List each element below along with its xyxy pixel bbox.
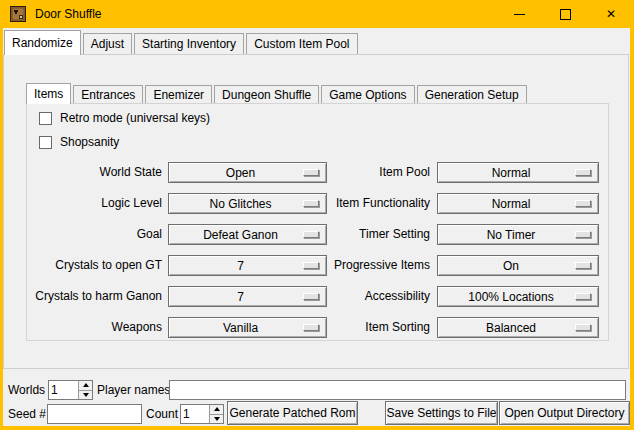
tab-game-options[interactable]: Game Options [321, 85, 414, 103]
player-names-label: Player names [97, 380, 170, 400]
inner-tab-bar: Items Entrances Enemizer Dungeon Shuffle… [26, 83, 527, 104]
arrow-up-icon [214, 407, 220, 411]
checkbox-box [39, 136, 52, 149]
player-names-input[interactable] [169, 380, 626, 400]
spin-buttons [78, 381, 92, 399]
accessibility-dropdown[interactable]: 100% Locations [437, 286, 599, 307]
spin-buttons [209, 405, 223, 423]
goal-label: Goal [27, 224, 162, 245]
dropdown-value: Defeat Ganon [203, 228, 292, 242]
count-input[interactable] [181, 405, 209, 423]
dropdown-indicator-icon [575, 231, 591, 238]
checkbox-label: Retro mode (universal keys) [60, 111, 210, 125]
window-content: Randomize Adjust Starting Inventory Cust… [3, 28, 630, 426]
dropdown-value: 7 [237, 290, 258, 304]
items-tab-pane: Retro mode (universal keys) Shopsanity W… [26, 103, 609, 341]
timer-setting-dropdown[interactable]: No Timer [437, 224, 599, 245]
worlds-label: Worlds [8, 380, 45, 400]
spin-up-button[interactable] [79, 381, 92, 390]
item-pool-dropdown[interactable]: Normal [437, 162, 599, 183]
tab-entrances[interactable]: Entrances [73, 85, 143, 103]
spin-up-button[interactable] [210, 405, 223, 414]
crystals-open-gt-label: Crystals to open GT [27, 255, 162, 276]
minimize-button[interactable] [496, 0, 542, 28]
outer-tab-bar: Randomize Adjust Starting Inventory Cust… [4, 30, 358, 55]
arrow-down-icon [214, 417, 220, 421]
dropdown-indicator-icon [575, 324, 591, 331]
count-label: Count [146, 404, 178, 424]
shopsanity-checkbox[interactable]: Shopsanity [39, 135, 119, 149]
item-functionality-label: Item Functionality [307, 193, 430, 214]
window-title: Door Shuffle [35, 7, 102, 21]
arrow-down-icon [83, 393, 89, 397]
tab-custom-item-pool[interactable]: Custom Item Pool [246, 33, 357, 54]
dropdown-value: On [503, 259, 533, 273]
checkbox-label: Shopsanity [60, 135, 119, 149]
world-state-dropdown[interactable]: Open [168, 162, 327, 183]
dropdown-value: Vanilla [223, 321, 272, 335]
dropdown-value: Open [226, 166, 269, 180]
retro-mode-checkbox[interactable]: Retro mode (universal keys) [39, 111, 210, 125]
crystals-harm-ganon-dropdown[interactable]: 7 [168, 286, 327, 307]
dropdown-value: Normal [492, 197, 545, 211]
dropdown-value: 100% Locations [468, 290, 567, 304]
timer-setting-label: Timer Setting [307, 224, 430, 245]
tab-dungeon-shuffle[interactable]: Dungeon Shuffle [214, 85, 319, 103]
crystals-harm-ganon-label: Crystals to harm Ganon [27, 286, 162, 307]
window-controls: ✕ [496, 0, 634, 28]
door-shuffle-window: Door Shuffle ✕ Randomize Adjust Starting… [0, 0, 634, 430]
minimize-icon [514, 14, 525, 15]
dropdown-indicator-icon [575, 262, 591, 269]
tab-enemizer[interactable]: Enemizer [145, 85, 212, 103]
item-sorting-dropdown[interactable]: Balanced [437, 317, 599, 338]
count-spinbox[interactable] [180, 404, 224, 424]
progressive-items-label: Progressive Items [307, 255, 430, 276]
spin-down-button[interactable] [210, 414, 223, 424]
seed-input[interactable] [47, 404, 142, 424]
generate-patched-rom-button[interactable]: Generate Patched Rom [227, 401, 358, 425]
world-state-label: World State [27, 162, 162, 183]
app-door-icon [10, 6, 26, 22]
close-button[interactable]: ✕ [588, 0, 634, 28]
item-pool-label: Item Pool [307, 162, 430, 183]
tab-adjust[interactable]: Adjust [83, 33, 132, 54]
randomize-tab-pane: Items Entrances Enemizer Dungeon Shuffle… [3, 54, 629, 369]
title-bar: Door Shuffle ✕ [0, 0, 634, 28]
spin-down-button[interactable] [79, 390, 92, 400]
close-icon: ✕ [606, 8, 616, 20]
checkbox-box [39, 112, 52, 125]
dropdown-indicator-icon [575, 169, 591, 176]
dropdown-value: No Timer [487, 228, 550, 242]
dropdown-value: Balanced [486, 321, 550, 335]
weapons-dropdown[interactable]: Vanilla [168, 317, 327, 338]
item-sorting-label: Item Sorting [307, 317, 430, 338]
dropdown-value: 7 [237, 259, 258, 273]
logic-level-label: Logic Level [27, 193, 162, 214]
open-output-directory-button[interactable]: Open Output Directory [499, 401, 630, 425]
weapons-label: Weapons [27, 317, 162, 338]
goal-dropdown[interactable]: Defeat Ganon [168, 224, 327, 245]
worlds-input[interactable] [49, 381, 78, 399]
dropdown-value: No Glitches [209, 197, 285, 211]
arrow-up-icon [83, 383, 89, 387]
tab-randomize[interactable]: Randomize [4, 30, 81, 55]
progressive-items-dropdown[interactable]: On [437, 255, 599, 276]
accessibility-label: Accessibility [307, 286, 430, 307]
tab-generation-setup[interactable]: Generation Setup [417, 85, 527, 103]
logic-level-dropdown[interactable]: No Glitches [168, 193, 327, 214]
dropdown-indicator-icon [575, 200, 591, 207]
maximize-button[interactable] [542, 0, 588, 28]
crystals-open-gt-dropdown[interactable]: 7 [168, 255, 327, 276]
item-functionality-dropdown[interactable]: Normal [437, 193, 599, 214]
dropdown-value: Normal [492, 166, 545, 180]
seed-label: Seed # [8, 404, 46, 424]
save-settings-button[interactable]: Save Settings to File [385, 401, 498, 425]
tab-items[interactable]: Items [26, 83, 71, 104]
worlds-spinbox[interactable] [48, 380, 93, 400]
dropdown-indicator-icon [575, 293, 591, 300]
maximize-icon [560, 9, 571, 20]
tab-starting-inventory[interactable]: Starting Inventory [134, 33, 244, 54]
